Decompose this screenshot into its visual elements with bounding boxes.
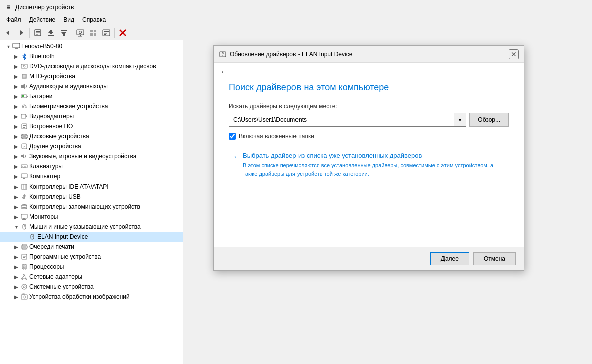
tree-sound[interactable]: ▶ Звуковые, игровые и видеоустройства bbox=[0, 151, 183, 161]
dialog-close-button[interactable]: ✕ bbox=[509, 49, 519, 59]
svg-point-30 bbox=[23, 65, 25, 67]
path-dropdown-button[interactable]: ▾ bbox=[454, 113, 466, 126]
keyboard-icon bbox=[20, 162, 28, 170]
dvd-expander: ▶ bbox=[12, 62, 20, 70]
printer-icon bbox=[20, 243, 28, 251]
tree-bluetooth[interactable]: ▶ Bluetooth bbox=[0, 51, 183, 61]
network-label: Сетевые адаптеры bbox=[29, 273, 82, 280]
dialog-back-button[interactable]: ← bbox=[220, 67, 229, 77]
dialog-titlebar: Обновление драйверов - ELAN Input Device… bbox=[214, 46, 524, 63]
svg-rect-12 bbox=[77, 30, 84, 35]
tree-disk[interactable]: ▶ Дисковые устройства bbox=[0, 131, 183, 141]
menu-help[interactable]: Справка bbox=[78, 15, 110, 24]
toolbar-properties-btn[interactable] bbox=[32, 27, 44, 39]
svg-rect-17 bbox=[94, 30, 96, 32]
svg-rect-37 bbox=[22, 95, 24, 97]
svg-rect-19 bbox=[94, 33, 96, 36]
toolbar-hidden-btn[interactable] bbox=[87, 27, 99, 39]
toolbar-forward-btn[interactable] bbox=[15, 27, 27, 39]
tree-root[interactable]: ▾ Lenovo-B50-80 bbox=[0, 41, 183, 51]
path-input[interactable] bbox=[229, 115, 454, 124]
elan-expander: ▶ bbox=[20, 233, 28, 241]
svg-rect-80 bbox=[23, 256, 26, 257]
toolbar-uninstall-btn[interactable] bbox=[58, 27, 70, 39]
tree-batteries[interactable]: ▶ Батареи bbox=[0, 91, 183, 101]
tree-network[interactable]: ▶ Сетевые адаптеры bbox=[0, 272, 183, 282]
svg-marker-0 bbox=[6, 30, 9, 35]
tree-dvd[interactable]: ▶ DVD-дисководы и дисководы компакт-диск… bbox=[0, 61, 183, 71]
toolbar-scan-btn[interactable] bbox=[74, 27, 86, 39]
ide-label: Контроллеры IDE ATA/ATAPI bbox=[29, 183, 109, 190]
video-expander: ▶ bbox=[12, 112, 20, 120]
tree-firmware[interactable]: ▶ Встроенное ПО bbox=[0, 121, 183, 131]
tree-other[interactable]: ▶ ? Другие устройства bbox=[0, 141, 183, 151]
tree-usb[interactable]: ▶ Контроллеры USB bbox=[0, 192, 183, 202]
audio-icon bbox=[20, 82, 28, 90]
svg-line-92 bbox=[24, 276, 26, 278]
tree-system[interactable]: ▶ Системные устройства bbox=[0, 282, 183, 292]
tree-ide[interactable]: ▶ Контроллеры IDE ATA/ATAPI bbox=[0, 181, 183, 192]
programs-label: Программные устройства bbox=[29, 253, 101, 260]
tree-programs[interactable]: ▶ Программные устройства bbox=[0, 252, 183, 262]
other-label: Другие устройства bbox=[29, 143, 81, 150]
svg-marker-10 bbox=[61, 32, 66, 35]
bluetooth-icon bbox=[20, 52, 28, 60]
cancel-button[interactable]: Отмена bbox=[473, 252, 516, 265]
include-subfolders-label[interactable]: Включая вложенные папки bbox=[239, 133, 314, 140]
tree-elan[interactable]: ▶ ELAN Input Device bbox=[0, 232, 183, 242]
sound-label: Звуковые, игровые и видеоустройства bbox=[29, 153, 136, 160]
network-icon bbox=[20, 273, 28, 281]
svg-rect-81 bbox=[23, 257, 25, 258]
menu-action[interactable]: Действие bbox=[25, 15, 60, 24]
storage-label: Контроллеры запоминающих устройств bbox=[29, 203, 140, 210]
svg-rect-16 bbox=[90, 30, 93, 32]
tree-keyboards[interactable]: ▶ Клавиатуры bbox=[0, 161, 183, 171]
menu-view[interactable]: Вид bbox=[59, 15, 78, 24]
browse-button[interactable]: Обзор... bbox=[469, 113, 509, 127]
toolbar-back-btn[interactable] bbox=[2, 27, 14, 39]
firmware-label: Встроенное ПО bbox=[29, 123, 73, 130]
svg-rect-26 bbox=[13, 43, 20, 48]
include-subfolders-checkbox[interactable] bbox=[229, 133, 236, 140]
tree-mice[interactable]: ▾ Мыши и иные указывающие устройства bbox=[0, 222, 183, 232]
network-expander: ▶ bbox=[12, 273, 20, 281]
next-button[interactable]: Далее bbox=[430, 252, 469, 265]
processors-expander: ▶ bbox=[12, 263, 20, 271]
tree-imaging[interactable]: ▶ Устройства обработки изображений bbox=[0, 292, 183, 302]
toolbar-resources-btn[interactable] bbox=[100, 27, 112, 39]
biometric-expander: ▶ bbox=[12, 102, 20, 110]
toolbar-update-btn[interactable] bbox=[45, 27, 57, 39]
tree-audio[interactable]: ▶ Аудиовходы и аудиовыходы bbox=[0, 81, 183, 91]
app-title: Диспетчер устройств bbox=[15, 4, 74, 11]
driver-list-link[interactable]: Выбрать драйвер из списка уже установлен… bbox=[243, 152, 422, 159]
tree-monitors[interactable]: ▶ Мониторы bbox=[0, 212, 183, 222]
svg-rect-8 bbox=[48, 35, 54, 36]
svg-rect-55 bbox=[21, 174, 27, 178]
tree-computer[interactable]: ▶ Компьютер bbox=[0, 171, 183, 181]
usb-expander: ▶ bbox=[12, 193, 20, 201]
dvd-icon bbox=[20, 62, 28, 70]
tree-biometric[interactable]: ▶ Биометрические устройства bbox=[0, 101, 183, 111]
dialog-heading: Поиск драйверов на этом компьютере bbox=[229, 82, 509, 93]
tree-printers[interactable]: ▶ Очереди печати bbox=[0, 242, 183, 252]
svg-rect-57 bbox=[22, 179, 26, 179]
toolbar-sep-2 bbox=[72, 28, 72, 38]
toolbar-delete-btn[interactable] bbox=[117, 27, 129, 39]
tree-processors[interactable]: ▶ Процессоры bbox=[0, 262, 183, 272]
tree-storage[interactable]: ▶ Контроллеры запоминающих устройств bbox=[0, 202, 183, 212]
keyboards-expander: ▶ bbox=[12, 162, 20, 170]
svg-rect-41 bbox=[23, 125, 26, 126]
usb-icon bbox=[20, 193, 28, 201]
programs-expander: ▶ bbox=[12, 253, 20, 261]
svg-marker-34 bbox=[23, 83, 25, 89]
computer-label: Компьютер bbox=[29, 173, 60, 180]
menu-file[interactable]: Файл bbox=[2, 15, 25, 24]
path-row: ▾ Обзор... bbox=[229, 113, 509, 127]
dialog-title-text: Обновление драйверов - ELAN Input Device bbox=[230, 51, 509, 58]
svg-rect-22 bbox=[104, 33, 107, 34]
tree-mtd[interactable]: ▶ MTD-устройства bbox=[0, 71, 183, 81]
printers-label: Очереди печати bbox=[29, 243, 74, 250]
tree-video[interactable]: ▶ Видеоадаптеры bbox=[0, 111, 183, 121]
svg-rect-27 bbox=[15, 48, 18, 49]
driver-list-description: В этом списке перечисляются все установл… bbox=[243, 161, 509, 178]
